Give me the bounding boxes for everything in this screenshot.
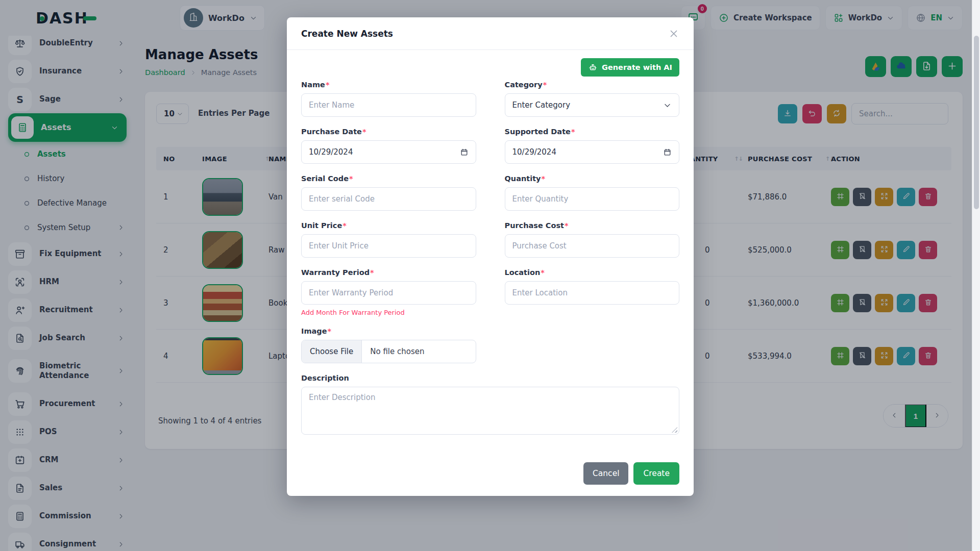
- required-asterisk: *: [571, 128, 575, 136]
- name-label: Name: [301, 81, 325, 89]
- calendar-icon: [663, 148, 672, 157]
- description-label: Description: [301, 374, 349, 382]
- description-field-group: Description: [301, 374, 679, 437]
- location-input[interactable]: [505, 281, 680, 305]
- warranty-period-input[interactable]: [301, 281, 476, 305]
- required-asterisk: *: [349, 174, 353, 183]
- unit-price-label: Unit Price: [301, 221, 342, 230]
- generate-with-ai-button[interactable]: Generate with AI: [581, 58, 679, 77]
- chevron-down-icon: [663, 101, 672, 110]
- required-asterisk: *: [565, 221, 569, 230]
- serial-code-field-group: Serial Code*: [301, 174, 476, 211]
- purchase-cost-input[interactable]: [505, 234, 680, 258]
- required-asterisk: *: [362, 128, 366, 136]
- category-label: Category: [505, 81, 543, 89]
- name-input[interactable]: [301, 93, 476, 117]
- purchase-date-field-group: Purchase Date* 10/29/2024: [301, 128, 476, 164]
- robot-icon: [588, 63, 598, 72]
- required-asterisk: *: [543, 81, 547, 89]
- cancel-button[interactable]: Cancel: [583, 462, 629, 485]
- calendar-icon: [460, 148, 469, 157]
- purchase-date-label: Purchase Date: [301, 128, 362, 136]
- category-field-group: Category* Enter Category: [505, 81, 680, 117]
- required-asterisk: *: [328, 327, 332, 335]
- name-field-group: Name*: [301, 81, 476, 117]
- serial-code-input[interactable]: [301, 187, 476, 211]
- required-asterisk: *: [541, 268, 545, 277]
- warranty-note: Add Month For Warranty Period: [301, 309, 476, 316]
- create-assets-modal: Create New Assets Generate with AI Name*…: [287, 17, 694, 496]
- image-field-group: Image* Choose File No file chosen: [301, 327, 476, 363]
- purchase-date-input[interactable]: 10/29/2024: [301, 140, 476, 164]
- modal-body: Generate with AI Name* Category* Enter C…: [287, 50, 694, 447]
- modal-header: Create New Assets: [287, 17, 694, 50]
- quantity-label: Quantity: [505, 174, 541, 183]
- required-asterisk: *: [342, 221, 347, 230]
- purchase-cost-field-group: Purchase Cost*: [505, 221, 680, 258]
- spacer: [505, 327, 680, 363]
- modal-title: Create New Assets: [301, 29, 393, 39]
- close-icon: [668, 28, 679, 39]
- location-label: Location: [505, 268, 541, 277]
- category-select[interactable]: Enter Category: [505, 93, 680, 117]
- image-label: Image: [301, 327, 327, 335]
- create-asset-form: Name* Category* Enter Category Purchase …: [301, 81, 679, 447]
- location-field-group: Location*: [505, 268, 680, 316]
- quantity-input[interactable]: [505, 187, 680, 211]
- description-input[interactable]: [301, 387, 679, 435]
- required-asterisk: *: [326, 81, 330, 89]
- unit-price-input[interactable]: [301, 234, 476, 258]
- supported-date-field-group: Supported Date* 10/29/2024: [505, 128, 680, 164]
- close-icon[interactable]: [668, 28, 679, 39]
- page-scrollbar: [972, 0, 980, 551]
- unit-price-field-group: Unit Price*: [301, 221, 476, 258]
- supported-date-input[interactable]: 10/29/2024: [505, 140, 680, 164]
- create-button[interactable]: Create: [633, 462, 679, 485]
- required-asterisk: *: [370, 268, 374, 277]
- image-file-input[interactable]: Choose File No file chosen: [301, 340, 476, 363]
- file-status-text: No file chosen: [362, 340, 432, 363]
- warranty-period-label: Warranty Period: [301, 268, 370, 277]
- purchase-cost-label: Purchase Cost: [505, 221, 564, 230]
- modal-footer: Cancel Create: [583, 462, 679, 485]
- serial-code-label: Serial Code: [301, 174, 349, 183]
- warranty-period-field-group: Warranty Period* Add Month For Warranty …: [301, 268, 476, 316]
- required-asterisk: *: [542, 174, 546, 183]
- app-root: DASH WorkDo 0 Create Workspace WorkDo: [0, 0, 980, 551]
- choose-file-button[interactable]: Choose File: [302, 340, 362, 363]
- supported-date-label: Supported Date: [505, 128, 571, 136]
- quantity-field-group: Quantity*: [505, 174, 680, 211]
- scrollbar-thumb[interactable]: [974, 36, 979, 209]
